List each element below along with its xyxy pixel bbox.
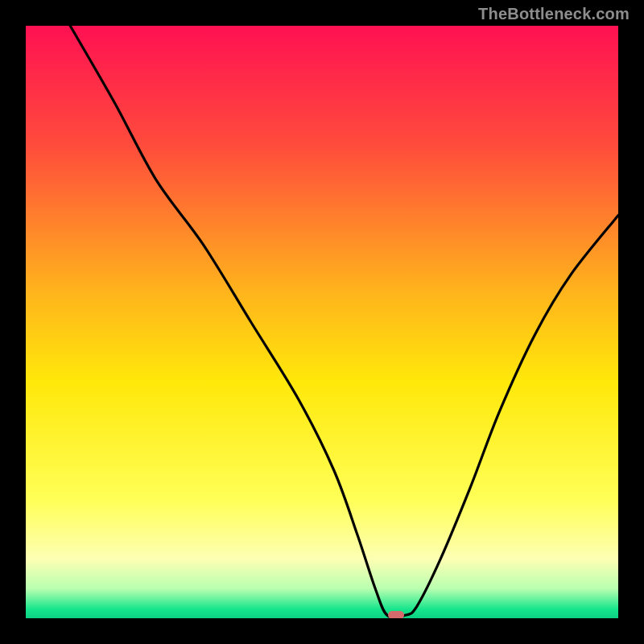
bottleneck-curve bbox=[26, 26, 618, 618]
chart-frame: TheBottleneck.com bbox=[0, 0, 644, 644]
plot-area bbox=[26, 26, 618, 618]
optimal-point-marker bbox=[388, 611, 405, 618]
watermark-text: TheBottleneck.com bbox=[478, 5, 630, 23]
